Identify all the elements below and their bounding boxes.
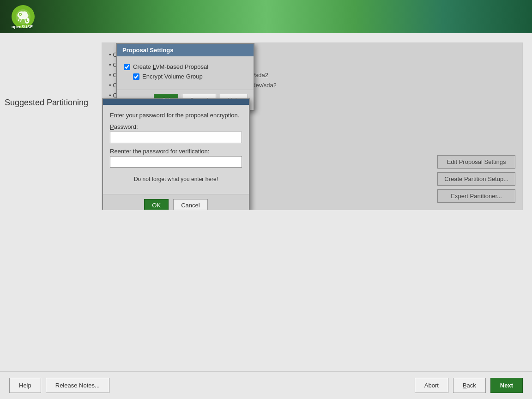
footer: Help Release Notes... Abort Back Next bbox=[0, 371, 532, 399]
password-dialog-header bbox=[103, 99, 249, 105]
release-notes-button[interactable]: Release Notes... bbox=[46, 378, 109, 393]
password-dialog-body: Enter your password for the proposal enc… bbox=[103, 105, 249, 194]
password-hint: Do not forget what you enter here! bbox=[110, 176, 242, 182]
create-lvm-label: Create LVM-based Proposal bbox=[133, 63, 208, 70]
password-label: Password: bbox=[110, 123, 242, 130]
abort-button[interactable]: Abort bbox=[415, 378, 448, 393]
password-cancel-button[interactable]: Cancel bbox=[173, 199, 207, 210]
proposal-dialog-header: Proposal Settings bbox=[117, 44, 254, 56]
proposal-dialog-title: Proposal Settings bbox=[122, 47, 174, 54]
encrypt-vg-checkbox[interactable] bbox=[133, 73, 139, 80]
password-description: Enter your password for the proposal enc… bbox=[110, 112, 242, 119]
encrypt-vg-row: Encrypt Volume Group bbox=[133, 73, 247, 80]
password-input[interactable] bbox=[110, 132, 242, 143]
reenter-password-input[interactable] bbox=[110, 156, 242, 168]
logo: openSUSE bbox=[9, 4, 46, 30]
sidebar: Suggested Partitioning bbox=[0, 33, 102, 371]
password-dialog-footer: OK Cancel bbox=[103, 194, 249, 210]
next-button[interactable]: Next bbox=[490, 378, 523, 393]
svg-point-3 bbox=[20, 13, 21, 15]
password-dialog: Enter your password for the proposal enc… bbox=[102, 98, 250, 210]
create-lvm-checkbox[interactable] bbox=[124, 64, 130, 70]
footer-left-buttons: Help Release Notes... bbox=[9, 378, 109, 393]
password-ok-button[interactable]: OK bbox=[144, 199, 169, 210]
header: openSUSE bbox=[0, 0, 532, 33]
back-button[interactable]: Back bbox=[453, 378, 486, 393]
reenter-label: Reenter the password for verification: bbox=[110, 148, 242, 155]
create-lvm-row: Create LVM-based Proposal bbox=[124, 63, 247, 70]
proposal-dialog-body: Create LVM-based Proposal Encrypt Volume… bbox=[117, 56, 254, 90]
svg-text:openSUSE: openSUSE bbox=[12, 24, 33, 29]
encrypt-vg-label: Encrypt Volume Group bbox=[142, 73, 203, 80]
content-panel: Create swap volume /dev/sda1 (502.03 MiB… bbox=[102, 42, 523, 210]
footer-right-buttons: Abort Back Next bbox=[415, 378, 523, 393]
page-title: Suggested Partitioning bbox=[5, 98, 88, 108]
help-button[interactable]: Help bbox=[9, 378, 41, 393]
svg-point-4 bbox=[20, 14, 20, 14]
opensuse-logo-icon: openSUSE bbox=[9, 4, 46, 30]
